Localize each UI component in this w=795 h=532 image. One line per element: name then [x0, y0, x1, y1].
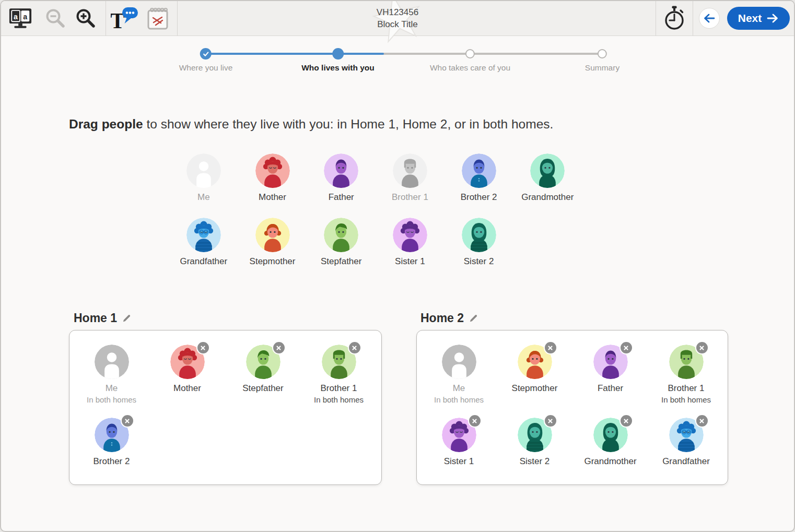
x-icon — [547, 418, 554, 424]
person-label: Sister 1 — [444, 456, 474, 467]
tray-row: Grandfather Stepmother — [169, 218, 513, 267]
tray-person-father: Father — [307, 153, 376, 203]
sister1-avatar[interactable] — [393, 218, 427, 252]
home-1-row: Brother 2 — [74, 418, 149, 467]
brother2-avatar[interactable] — [462, 153, 496, 188]
tray-person-stepfather: Stepfather — [307, 218, 376, 267]
zoom-in-button[interactable] — [74, 7, 97, 30]
remove-brother1-button[interactable] — [348, 341, 361, 354]
remove-grandfather-button[interactable] — [695, 414, 709, 428]
person-label: Brother 2 — [461, 192, 497, 203]
home2-person-sister2: Sister 2 — [497, 418, 572, 467]
remove-brother2-button[interactable] — [121, 414, 134, 428]
person-label: Mother — [173, 383, 201, 394]
remove-sister2-button[interactable] — [544, 414, 557, 428]
person-label: Grandmother — [521, 192, 574, 203]
text-to-speech-button[interactable]: T — [111, 6, 139, 30]
person-label: Brother 1 — [392, 192, 428, 203]
home2-person-me: Me In both homes — [421, 345, 497, 404]
edit-home-2-name-button[interactable] — [469, 313, 478, 323]
step-who-lives-with-you[interactable]: Who lives with you — [301, 48, 375, 73]
person-label: Stepmother — [250, 256, 296, 267]
zoom-out-button[interactable] — [44, 7, 67, 30]
person-label: Father — [598, 383, 623, 394]
me-avatar[interactable] — [95, 345, 129, 379]
tray-person-mother: Mother — [238, 153, 307, 203]
sister2-avatar[interactable] — [462, 218, 496, 252]
x-icon — [547, 345, 554, 351]
in-both-homes-note: In both homes — [87, 395, 136, 404]
next-button[interactable]: Next — [727, 7, 790, 30]
scratchpad-button[interactable] — [146, 6, 169, 31]
father-avatar[interactable] — [324, 153, 358, 188]
grandmother-avatar[interactable] — [530, 153, 565, 188]
back-button[interactable] — [699, 8, 720, 29]
remove-stepfather-button[interactable] — [272, 341, 286, 354]
person-label: Sister 1 — [395, 256, 425, 267]
home1-person-me: Me In both homes — [74, 345, 149, 404]
block-id: VH123456 — [377, 6, 418, 18]
x-icon — [200, 345, 206, 351]
me-avatar — [186, 153, 221, 188]
remove-father-button[interactable] — [619, 341, 633, 354]
tray-person-stepmother: Stepmother — [238, 218, 307, 267]
stepmother-avatar[interactable] — [255, 218, 290, 252]
person-label: Sister 2 — [520, 456, 550, 467]
x-icon — [698, 418, 705, 424]
remove-grandmother-button[interactable] — [619, 414, 633, 428]
remove-mother-button[interactable] — [196, 341, 210, 354]
stepfather-avatar[interactable] — [324, 218, 358, 252]
block-title: VH123456 Block Title — [377, 6, 418, 30]
x-icon — [351, 345, 358, 351]
x-icon — [275, 345, 282, 351]
display-settings-button[interactable]: a a — [8, 7, 32, 29]
step-upcoming-dot — [598, 49, 607, 58]
timer-button[interactable] — [662, 5, 686, 31]
text-to-speech-icon: T — [111, 6, 139, 30]
step-summary[interactable]: Summary — [585, 48, 619, 73]
home-1-dropzone[interactable]: Me In both homes Mother — [69, 330, 382, 485]
toolbar-divider — [656, 1, 656, 36]
drag-instruction: Drag people to show where they live with… — [69, 117, 553, 132]
block-name: Block Title — [377, 18, 418, 30]
person-label: Brother 1 — [668, 383, 705, 394]
home2-person-grandmother: Grandmother — [572, 418, 648, 467]
app-window: a a T — [0, 0, 795, 532]
zoom-in-icon — [74, 7, 97, 30]
toolbar-divider — [693, 1, 693, 36]
home-2-row: Me In both homes Stepmother — [421, 345, 724, 404]
home-2-dropzone[interactable]: Me In both homes Stepmother — [416, 330, 728, 485]
step-who-takes-care-of-you[interactable]: Who takes care of you — [430, 48, 510, 73]
home-1-header: Home 1 — [74, 311, 132, 325]
me-avatar[interactable] — [442, 345, 476, 379]
home-2-title: Home 2 — [420, 311, 464, 325]
svg-text:a: a — [23, 13, 28, 21]
home-2-row: Sister 1 Sister 2 — [421, 418, 724, 467]
grandfather-avatar[interactable] — [186, 218, 221, 252]
home1-person-stepfather: Stepfather — [225, 345, 301, 404]
home-1-title: Home 1 — [74, 311, 117, 325]
person-label: Brother 2 — [93, 456, 130, 467]
display-settings-icon: a a — [8, 7, 32, 29]
scratchpad-icon — [146, 6, 169, 31]
pencil-icon — [122, 313, 132, 323]
edit-home-1-name-button[interactable] — [122, 313, 132, 323]
x-icon — [623, 345, 629, 351]
person-label: Stepfather — [321, 256, 361, 267]
step-active-dot — [332, 48, 344, 60]
person-label: Brother 1 — [321, 383, 357, 394]
step-where-you-live[interactable]: Where you live — [179, 48, 233, 73]
home2-person-father: Father — [572, 345, 648, 404]
tray-person-me: Me — [169, 153, 238, 203]
remove-stepmother-button[interactable] — [544, 341, 557, 354]
mother-avatar[interactable] — [255, 153, 290, 188]
person-label: Me — [106, 383, 118, 394]
person-label: Grandfather — [180, 256, 227, 267]
person-label: Mother — [259, 192, 286, 203]
tray-person-brother2: Brother 2 — [445, 153, 513, 203]
person-label: Me — [197, 192, 210, 203]
remove-sister1-button[interactable] — [468, 414, 482, 428]
in-both-homes-note: In both homes — [314, 395, 364, 404]
step-upcoming-dot — [465, 49, 475, 58]
remove-brother1-button[interactable] — [695, 341, 709, 354]
